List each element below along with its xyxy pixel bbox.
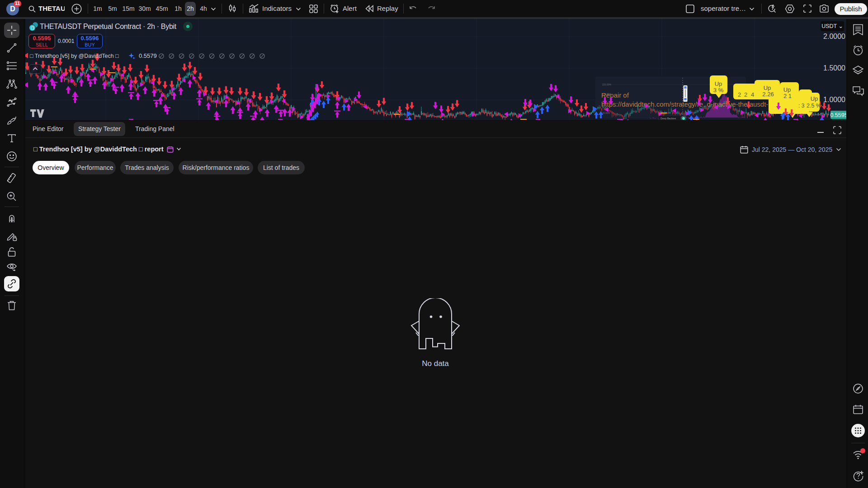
- svg-text:Deep Backtes: Deep Backtes: [660, 117, 676, 120]
- svg-text:Up: Up: [783, 86, 791, 93]
- svg-text:https://daviddtech.com/strateg: https://daviddtech.com/strategy/re..d-in…: [601, 100, 768, 108]
- svg-text:Up: Up: [764, 84, 771, 91]
- svg-text:0.5595: 0.5595: [830, 112, 846, 118]
- svg-text:: 3: : 3: [798, 103, 805, 109]
- svg-text:4: 4: [751, 91, 754, 98]
- svg-text:Up: Up: [811, 95, 818, 102]
- svg-text:Up: Up: [715, 80, 722, 87]
- svg-text:2: 2: [744, 91, 747, 98]
- svg-text:1.5000: 1.5000: [823, 64, 845, 72]
- svg-text:2 1: 2 1: [783, 93, 792, 99]
- svg-text:1.0000: 1.0000: [823, 96, 845, 103]
- svg-text:2.0000: 2.0000: [823, 33, 845, 40]
- svg-text:2.5 %: 2.5 %: [807, 103, 821, 109]
- svg-text:2: 2: [738, 91, 741, 98]
- svg-text:2.26: 2.26: [762, 91, 774, 98]
- svg-text:3 %: 3 %: [713, 87, 724, 94]
